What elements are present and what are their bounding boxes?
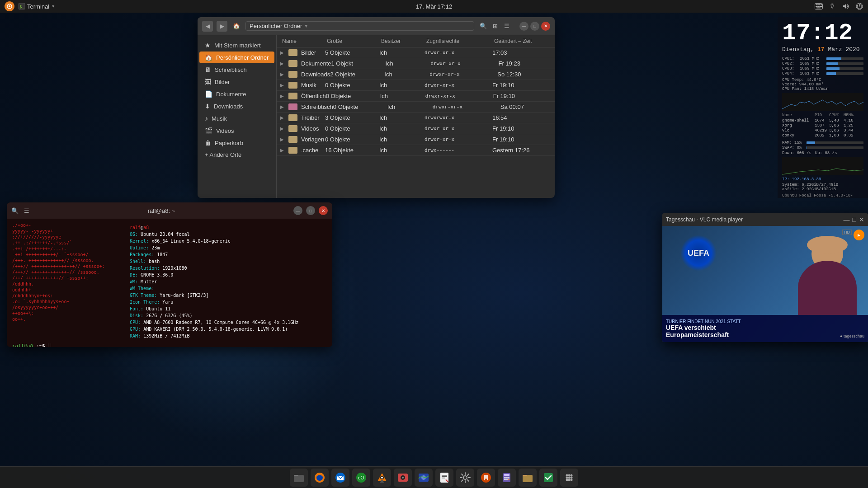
taskbar-app2-icon[interactable] xyxy=(539,469,557,487)
table-row[interactable]: ▶ Musik 0 Objekte Ich drwxr-xr-x Fr 19:1… xyxy=(277,80,555,91)
back-button[interactable]: ◀ xyxy=(202,21,213,32)
table-row[interactable]: ▶ Schreibtisch 0 Objekte Ich drwxr-xr-x … xyxy=(277,102,555,113)
window-controls: — □ ✕ xyxy=(519,22,550,31)
grid-view-button[interactable]: ⊞ xyxy=(490,21,500,32)
taskbar-apps-grid-icon[interactable] xyxy=(560,469,578,487)
table-row[interactable]: ▶ Bilder 5 Objekte Ich drwxr-xr-x 17:03 xyxy=(277,47,555,58)
vlc-hd-badge: HD xyxy=(842,230,852,235)
terminal-maximize-button[interactable]: □ xyxy=(306,206,315,215)
maximize-button[interactable]: □ xyxy=(530,22,539,31)
table-row[interactable]: ▶ Videos 0 Objekte Ich drwxr-xr-x Fr 19:… xyxy=(277,123,555,134)
sidebar-item-videos[interactable]: 🎬 Videos xyxy=(199,125,274,136)
svg-rect-46 xyxy=(508,479,509,480)
volume-icon[interactable] xyxy=(842,2,850,10)
file-manager-body: ★ Mit Stern markiert 🏠 Persönlicher Ordn… xyxy=(198,35,555,198)
table-row[interactable]: ▶ Vorlagen 0 Objekte Ich drwxr-xr-x Fr 1… xyxy=(277,134,555,145)
taskbar-eo-icon[interactable]: eO xyxy=(352,469,370,487)
forward-button[interactable]: ▶ xyxy=(217,21,227,32)
list-view-button[interactable]: ☰ xyxy=(501,21,512,32)
taskbar-shotwell-icon[interactable] xyxy=(415,469,433,487)
terminal-prompt[interactable]: ralf@a8 :~$ █ xyxy=(12,343,327,347)
terminal-minimize-button[interactable]: — xyxy=(293,206,302,215)
svg-point-49 xyxy=(566,474,568,476)
topbar-datetime: 17. Mär 17:12 xyxy=(416,3,452,10)
sysmon-process-header: Name PID CPU% MEM% xyxy=(782,113,863,117)
vlc-news-overlay: TURNIER FINDET NUN 2021 STATT UEFA versc… xyxy=(662,315,868,342)
vlc-titlebar: Tagesschau - VLC media player — □ ✕ xyxy=(662,213,868,226)
svg-point-28 xyxy=(402,477,404,479)
expand-arrow: ▶ xyxy=(280,94,284,99)
screenfetch-info: ralf@a8 OS: Ubuntu 20.04 focal Kernel: x… xyxy=(130,222,327,339)
cpu1-bar xyxy=(826,57,863,60)
svg-rect-5 xyxy=(816,5,817,5)
taskbar-softcenter-icon[interactable] xyxy=(477,469,495,487)
terminal-menu-button[interactable]: ☰ xyxy=(24,207,29,214)
cpu4-row: CPU4: 1861 MHz xyxy=(782,71,863,76)
vlc-maximize-button[interactable]: □ xyxy=(853,216,856,223)
network-icon[interactable] xyxy=(828,2,836,10)
vlc-minimize-button[interactable]: — xyxy=(844,216,850,223)
keyboard-icon[interactable] xyxy=(815,2,823,10)
music-icon: ♪ xyxy=(205,115,208,122)
taskbar-thunderbird-icon[interactable] xyxy=(331,469,349,487)
sidebar-item-desktop[interactable]: 🖥 Schreibtisch xyxy=(199,64,274,75)
file-manager-sidebar: ★ Mit Stern markiert 🏠 Persönlicher Ordn… xyxy=(198,35,277,198)
sidebar-item-home[interactable]: 🏠 Persönlicher Ordner xyxy=(199,52,274,63)
table-row[interactable]: ▶ Treiber 3 Objekte Ich drwxrwxr-x 16:54 xyxy=(277,113,555,123)
file-name-cell: ▶ Bilder xyxy=(280,49,325,56)
close-button[interactable]: ✕ xyxy=(541,22,550,31)
sysmon-process-xorg: Xorg13873,861,25 xyxy=(782,123,863,128)
sidebar-item-documents[interactable]: 📄 Dokumente xyxy=(199,88,274,100)
folder-icon xyxy=(288,125,297,132)
sidebar-item-downloads[interactable]: ⬇ Downloads xyxy=(199,100,274,112)
vlc-close-button[interactable]: ✕ xyxy=(859,216,864,223)
terminal-body[interactable]: ./+oo+- yyyyy- -yyyyyy+ ://+//////-yyyyy… xyxy=(7,219,332,347)
vlc-logo-icon: ▶ xyxy=(854,230,864,240)
table-row[interactable]: ▶ Dokumente 1 Objekt Ich drwxr-xr-x Fr 1… xyxy=(277,58,555,69)
file-manager-titlebar: ◀ ▶ 🏠 Persönlicher Ordner ▼ 🔍 ⊞ ☰ — □ ✕ xyxy=(198,17,555,35)
sysmon-footer: Ubuntu Focal Fossa -5.4.0-18-generic xyxy=(782,193,863,198)
file-name-cell: ▶ Vorlagen xyxy=(280,136,325,143)
table-row[interactable]: ▶ Downloads 2 Objekte Ich drwxr-xr-x So … xyxy=(277,69,555,80)
minimize-button[interactable]: — xyxy=(519,22,528,31)
taskbar-firefox-icon[interactable] xyxy=(311,469,329,487)
svg-rect-32 xyxy=(442,475,447,476)
sidebar-item-trash[interactable]: 🗑 Papierkorb xyxy=(199,137,274,149)
svg-point-38 xyxy=(485,479,487,480)
terminal-app-indicator[interactable]: $_ Terminal ▼ xyxy=(18,3,55,10)
taskbar-filemanager-icon[interactable] xyxy=(519,469,537,487)
svg-rect-44 xyxy=(504,479,506,480)
file-manager-window: ◀ ▶ 🏠 Persönlicher Ordner ▼ 🔍 ⊞ ☰ — □ ✕ … xyxy=(198,17,555,198)
home-folder-icon: 🏠 xyxy=(205,54,212,61)
sidebar-item-other-places[interactable]: + Andere Orte xyxy=(199,149,274,160)
table-row[interactable]: ▶ Öffentlich 0 Objekte Ich drwxr-xr-x Fr… xyxy=(277,91,555,102)
cpu3-bar xyxy=(826,67,863,70)
taskbar-rhythmbox-icon[interactable] xyxy=(394,469,412,487)
svg-point-50 xyxy=(568,474,571,476)
path-bar[interactable]: Persönlicher Ordner ▼ xyxy=(245,21,474,31)
sidebar-item-music[interactable]: ♪ Musik xyxy=(199,113,274,124)
activities-button[interactable] xyxy=(5,1,14,11)
taskbar-editor-icon[interactable] xyxy=(435,469,453,487)
expand-arrow: ▶ xyxy=(280,115,284,120)
taskbar-files-icon[interactable] xyxy=(290,469,308,487)
sysmon-date: Dienstag, 17 März 2020 xyxy=(782,46,863,53)
search-button[interactable]: 🔍 xyxy=(478,21,489,32)
power-icon[interactable] xyxy=(855,2,863,10)
folder-icon xyxy=(288,71,297,78)
documents-icon: 📄 xyxy=(205,90,212,98)
terminal-close-button[interactable]: ✕ xyxy=(319,206,328,215)
taskbar-vlc-icon[interactable] xyxy=(373,469,391,487)
sidebar-item-pictures[interactable]: 🖼 Bilder xyxy=(199,76,274,88)
taskbar-calculator-icon[interactable] xyxy=(498,469,516,487)
vlc-video-area: UEFA HD ▶ TURNIER FINDET NUN 2021 STATT … xyxy=(662,226,868,342)
svg-rect-47 xyxy=(523,475,533,482)
table-row[interactable]: ▶ .cache 16 Objekte Ich drwx------ Geste… xyxy=(277,145,555,156)
sidebar-item-starred[interactable]: ★ Mit Stern markiert xyxy=(199,39,274,51)
sysmon-process-conky: conky20321,030,32 xyxy=(782,133,863,138)
svg-point-57 xyxy=(571,479,573,481)
terminal-search-button[interactable]: 🔍 xyxy=(11,207,19,214)
taskbar-settings-icon[interactable] xyxy=(456,469,474,487)
file-name-cell: ▶ Downloads xyxy=(280,71,330,78)
home-button[interactable]: 🏠 xyxy=(231,21,242,32)
